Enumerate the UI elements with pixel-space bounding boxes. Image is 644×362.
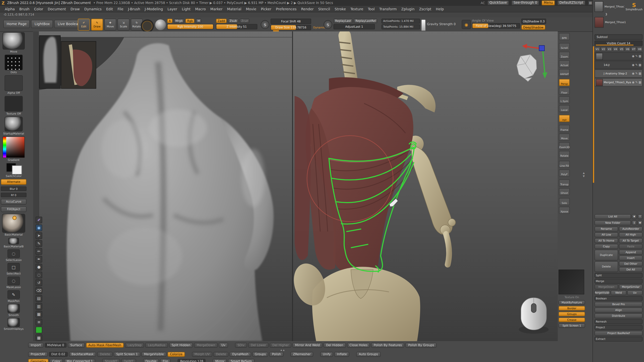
item-import[interactable]: Import [28, 343, 44, 348]
subtool-action-all-low[interactable]: All Low [594, 232, 618, 237]
item-delmt[interactable]: DelMT [121, 359, 136, 362]
item-polyf[interactable]: PolyF [559, 169, 570, 176]
eye-icon[interactable]: ◉ [632, 81, 634, 84]
item-ghost[interactable]: Ghost [559, 188, 570, 195]
item-auto-mask-fibermesh[interactable]: Auto Mask FiberMesh [86, 343, 124, 348]
subtool-action-align[interactable]: Align [594, 308, 642, 313]
sidebar-item-fillobject[interactable]: FillObject [1, 206, 26, 212]
menu-document[interactable]: Document [46, 7, 68, 11]
undo-icon[interactable]: ↺ [35, 280, 42, 286]
menu-render[interactable]: Render [299, 7, 316, 11]
camera-icon[interactable]: ◉ [462, 20, 471, 29]
image-icon[interactable]: ▥ [35, 303, 42, 310]
scale-mode-button[interactable]: ⇲ Scale [117, 19, 130, 31]
panel-scroll-rail[interactable] [593, 46, 594, 183]
subtool-action-project[interactable]: Project [594, 325, 642, 330]
subtool-action-append[interactable]: Append [619, 250, 642, 255]
sidebar-item-selectlasso[interactable]: ◌SelectLasso [6, 249, 22, 262]
item-colorize[interactable]: Colorize [168, 352, 185, 357]
color-swatch-green[interactable]: ■ [35, 327, 42, 333]
replay-last-button[interactable]: ReplayLast [334, 19, 353, 23]
sidebar-item-smooth[interactable]: Smooth [8, 304, 20, 317]
tool-name[interactable]: Merged_TPose1 [605, 5, 624, 8]
delete-stroke-icon[interactable]: ⌫ [35, 287, 42, 294]
item-projectall[interactable]: ProjectAll [28, 352, 48, 357]
default-zscript-button[interactable]: DefaultZScript [557, 1, 586, 6]
version-tab-v8[interactable]: V8 [637, 47, 642, 51]
item-border[interactable]: Border [558, 306, 585, 310]
scroll-up-icon[interactable]: ▲ [283, 348, 285, 351]
subtool-action-all-to-home[interactable]: All To Home [594, 238, 618, 243]
sidebar-item-smoothvalleys[interactable]: SmoothValleys [4, 318, 24, 331]
folder-up-icon[interactable]: ↥ [632, 220, 637, 225]
obj-shadow-slider[interactable]: ObjShadow 0.3 [521, 19, 546, 24]
menu-draw[interactable]: Draw [68, 7, 82, 11]
item-uv[interactable]: Uv [219, 343, 228, 348]
subtool-action-split[interactable]: Split [594, 273, 642, 278]
draw-mode-button[interactable]: ✎ Draw [91, 19, 103, 31]
subtool-action-del-all[interactable]: Del All [619, 267, 642, 272]
version-tab-v7[interactable]: V7 [631, 47, 636, 51]
deep-shadow-button[interactable]: DeepShadow [521, 25, 545, 30]
item-crease[interactable]: Crease [558, 318, 585, 322]
sidebar-item-texture-off[interactable]: Texture Off [5, 96, 23, 115]
menu-zplugin[interactable]: Zplugin [399, 7, 417, 11]
item-solo[interactable]: Solo [559, 198, 570, 205]
paint-icon[interactable]: ✎ [635, 63, 638, 67]
item-frame[interactable]: Frame [559, 125, 570, 132]
lightbox-button[interactable]: LightBox [31, 20, 53, 28]
item-min-connected-1[interactable]: Min Connected 1 [64, 359, 95, 362]
lasso-icon[interactable]: ◌ [35, 272, 42, 278]
menu-stroke[interactable]: Stroke [332, 7, 348, 11]
zsub-button[interactable]: Zsub [228, 19, 238, 23]
item-auto-groups[interactable]: Auto Groups [356, 352, 380, 357]
item-line-fill[interactable]: Line Fill [559, 161, 570, 168]
zcut-button[interactable]: Zcut [240, 19, 250, 23]
sidebar-item-dots[interactable]: Dots [5, 55, 23, 74]
subtool-action-copy[interactable]: Copy [594, 244, 618, 249]
menu-alpha[interactable]: Alpha [3, 7, 17, 11]
see-through-slider[interactable]: See-through 0 [511, 1, 539, 6]
item-polish-by-features[interactable]: Polish By Features [371, 343, 405, 348]
subtool-action-rename[interactable]: Rename [594, 227, 618, 232]
sidebar-item-accucurve[interactable]: AccuCurve [1, 199, 26, 205]
mrgb-button[interactable]: Mrgb [174, 19, 184, 23]
item-aahalf[interactable]: AAHalf [559, 69, 570, 76]
subtool-action-project-basrelief[interactable]: Project BasRelief [594, 331, 642, 336]
item-split-hidden[interactable]: Split Hidden [169, 343, 193, 348]
item-floor[interactable]: Floor [559, 88, 570, 95]
field-of-view-slider[interactable]: Field of view(deg) 39.59775 [472, 23, 520, 28]
current-brush-icon[interactable] [141, 19, 154, 33]
item-move[interactable]: Move [559, 133, 570, 141]
adjust-last-slider[interactable]: AdjustLast 1 [334, 24, 375, 29]
menu-picker[interactable]: Picker [259, 7, 274, 11]
pencil-icon[interactable]: ✏ [35, 248, 42, 255]
item-delete[interactable]: Delete [97, 352, 112, 357]
subtool-action-uv[interactable]: Uv [627, 290, 642, 295]
doc-grid-icon[interactable]: ▤ [588, 1, 593, 6]
subtool-action-distribute[interactable]: Distribute [594, 313, 642, 319]
item-polish[interactable]: Polish [269, 352, 283, 357]
subtool-action-weld[interactable]: Weld [611, 290, 626, 295]
zadd-button[interactable]: Zadd [216, 19, 227, 23]
version-tab-v5[interactable]: V5 [619, 47, 624, 51]
version-tab-v6[interactable]: V6 [625, 47, 630, 51]
menu-help[interactable]: Help [434, 7, 446, 11]
item-scroll[interactable]: Scroll [559, 43, 570, 50]
item-actual[interactable]: Actual [559, 60, 570, 67]
item-color[interactable]: Color [50, 359, 63, 362]
poly-icon[interactable]: ▦ [638, 81, 641, 84]
item-mirror-and-weld[interactable]: Mirror And Weld [293, 343, 322, 348]
item-close-holes[interactable]: Close Holes [347, 343, 370, 348]
subtool-row-item[interactable]: ◉✎▦ [594, 52, 642, 60]
version-tab-v4[interactable]: V4 [613, 47, 618, 51]
poly-icon[interactable]: ▦ [638, 55, 641, 58]
item-zremesher[interactable]: ZRemesher [291, 352, 313, 357]
sidebar-item-alternate[interactable]: Alternate [1, 179, 26, 185]
paint-icon[interactable]: ✎ [635, 81, 638, 84]
dot-brush-icon[interactable]: ● [35, 264, 42, 270]
item-mirror[interactable]: Mirror [213, 359, 227, 362]
item-surface[interactable]: Surface [68, 343, 85, 348]
subtool-action-bevel-pro[interactable]: Bevel Pro [594, 302, 642, 307]
item-storemt[interactable]: StoreMT [102, 359, 120, 362]
